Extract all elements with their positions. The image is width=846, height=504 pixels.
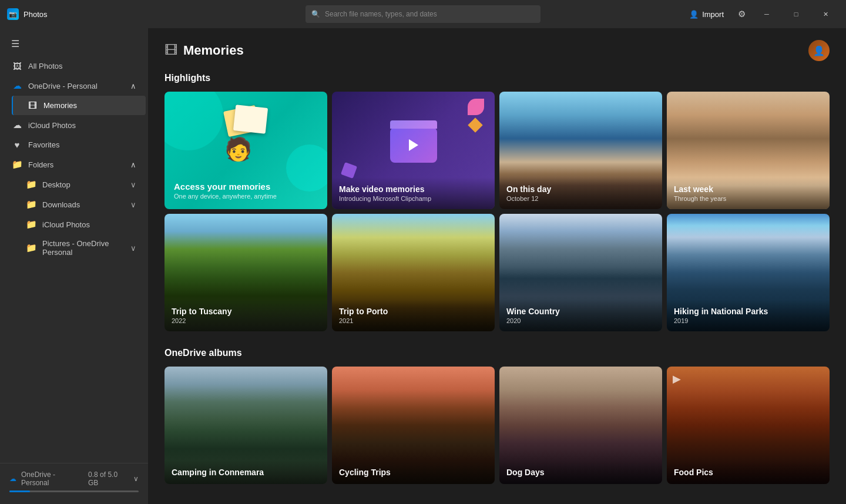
album-food-icon: ▶: [673, 372, 681, 385]
close-icon: ✕: [823, 11, 828, 18]
card-onthisday-subtitle: October 12: [506, 195, 655, 202]
titlebar-left: 📷 Photos: [7, 8, 47, 20]
sidebar-onedrive-sub: 🎞 Memories: [0, 96, 148, 115]
minimize-icon: ─: [764, 11, 769, 18]
card-access-title: Access your memories: [174, 182, 277, 191]
card-wine-title: Wine Country: [506, 307, 655, 316]
close-button[interactable]: ✕: [812, 5, 839, 23]
onedrive-label: OneDrive - Personal: [28, 82, 98, 90]
sidebar-folders[interactable]: 📁 Folders ∧: [2, 154, 146, 174]
desktop-label: Desktop: [42, 180, 70, 189]
minimize-button[interactable]: ─: [753, 5, 780, 23]
album-food-title: Food Pics: [674, 468, 822, 477]
clapperboard: [390, 127, 437, 163]
album-cycling[interactable]: Cycling Trips: [332, 367, 495, 484]
sidebar-bottom: ☁ OneDrive - Personal 0.8 of 5.0 GB ∨: [0, 463, 148, 499]
card-lastweek-overlay: Last week Through the years: [667, 177, 830, 209]
album-connemara-overlay: Camping in Connemara: [164, 461, 327, 484]
sidebar-item-icloud[interactable]: ☁ iCloud Photos: [2, 115, 146, 135]
storage-chevron: ∨: [133, 475, 139, 483]
sidebar-item-favorites[interactable]: ♥ Favorites: [2, 135, 146, 154]
blob-2: [286, 145, 327, 191]
card-wine-overlay: Wine Country 2020: [499, 300, 662, 331]
card-video-title: Make video memories: [339, 184, 488, 194]
card-wine-subtitle: 2020: [506, 317, 655, 324]
downloads-label: Downloads: [42, 200, 80, 209]
storage-bar-fill: [9, 490, 30, 492]
sidebar-item-label: All Photos: [28, 62, 63, 70]
sidebar: ☰ 🖼 All Photos ☁ OneDrive - Personal ∧ 🎞…: [0, 28, 148, 504]
sidebar-hamburger[interactable]: ☰: [5, 33, 26, 54]
sidebar-item-downloads[interactable]: 📁 Downloads ∨: [12, 194, 146, 214]
icloud-icon: ☁: [12, 120, 22, 130]
app-title: Photos: [24, 10, 47, 19]
card-porto[interactable]: Trip to Porto 2021: [332, 214, 495, 331]
card-hiking[interactable]: Hiking in National Parks 2019: [667, 214, 830, 331]
deco-shape-2: [468, 117, 482, 132]
play-triangle: [409, 139, 418, 151]
sidebar-item-pictures[interactable]: 📁 Pictures - OneDrive Personal ∨: [12, 234, 146, 261]
icloud-label: iCloud Photos: [28, 121, 76, 130]
album-cycling-title: Cycling Trips: [339, 468, 488, 477]
import-button[interactable]: 👤 Import: [683, 8, 730, 21]
onedrive-chevron: ∧: [130, 82, 136, 90]
onedrive-albums-grid: Camping in Connemara Cycling Trips Dog D…: [164, 367, 830, 484]
storage-info[interactable]: ☁ OneDrive - Personal 0.8 of 5.0 GB ∨: [9, 471, 139, 487]
folders-chevron: ∧: [130, 160, 136, 169]
card-wine[interactable]: Wine Country 2020: [499, 214, 662, 331]
deco-shape-1: [468, 99, 484, 115]
album-dog-title: Dog Days: [506, 468, 655, 477]
import-label: Import: [702, 10, 724, 19]
card-video-subtitle: Introducing Microsoft Clipchamp: [339, 195, 488, 202]
pictures-label: Pictures - OneDrive Personal: [42, 239, 125, 257]
sidebar-onedrive[interactable]: ☁ OneDrive - Personal ∧: [2, 76, 146, 96]
search-bar[interactable]: 🔍 Search file names, types, and dates: [306, 5, 540, 23]
sidebar-item-memories[interactable]: 🎞 Memories: [12, 96, 146, 115]
card-video[interactable]: Make video memories Introducing Microsof…: [332, 92, 495, 209]
card-access[interactable]: 🧑 Access your memories One any device, a…: [164, 92, 327, 209]
card-onthisday[interactable]: On this day October 12: [499, 92, 662, 209]
titlebar: 📷 Photos 🔍 Search file names, types, and…: [0, 0, 846, 28]
page-title: Memories: [183, 43, 244, 58]
memories-icon: 🎞: [27, 100, 38, 110]
onedrive-icon: ☁: [12, 80, 22, 91]
card-hiking-title: Hiking in National Parks: [674, 307, 822, 316]
album-dog[interactable]: Dog Days: [499, 367, 662, 484]
pictures-chevron: ∨: [130, 244, 136, 253]
card-hiking-subtitle: 2019: [674, 317, 822, 324]
highlights-grid: 🧑 Access your memories One any device, a…: [164, 92, 830, 331]
card-video-overlay: Make video memories Introducing Microsof…: [332, 177, 495, 209]
sidebar-item-icloud-photos[interactable]: 📁 iCloud Photos: [12, 214, 146, 234]
maximize-button[interactable]: □: [783, 5, 810, 23]
album-connemara[interactable]: Camping in Connemara: [164, 367, 327, 484]
downloads-chevron: ∨: [130, 200, 136, 209]
all-photos-icon: 🖼: [12, 61, 22, 71]
clapperboard-wrapper: [390, 127, 437, 163]
settings-button[interactable]: ⚙: [732, 5, 751, 23]
search-placeholder: Search file names, types, and dates: [325, 10, 437, 18]
sidebar-item-all-photos[interactable]: 🖼 All Photos: [2, 56, 146, 76]
avatar[interactable]: 👤: [808, 40, 830, 61]
favorites-label: Favorites: [28, 140, 59, 149]
storage-amount: 0.8 of 5.0 GB: [88, 471, 129, 487]
sidebar-item-desktop[interactable]: 📁 Desktop ∨: [12, 174, 146, 194]
album-food[interactable]: ▶ Food Pics: [667, 367, 830, 484]
storage-bar: [9, 490, 139, 492]
settings-icon: ⚙: [738, 9, 746, 19]
main-content: 🎞 Memories 👤 Highlights 🧑 Access your me…: [148, 28, 846, 504]
photo-2: [233, 105, 267, 134]
desktop-folder-icon: 📁: [26, 179, 36, 190]
folder-icon: 📁: [12, 159, 22, 170]
album-connemara-title: Camping in Connemara: [172, 468, 320, 477]
card-tuscany[interactable]: Trip to Tuscany 2022: [164, 214, 327, 331]
favorites-icon: ♥: [12, 140, 22, 150]
card-access-text: Access your memories One any device, any…: [174, 182, 277, 200]
card-lastweek-subtitle: Through the years: [674, 195, 822, 202]
pictures-folder-icon: 📁: [26, 243, 36, 253]
card-porto-overlay: Trip to Porto 2021: [332, 300, 495, 331]
card-lastweek[interactable]: Last week Through the years: [667, 92, 830, 209]
person-emoji: 🧑: [224, 136, 252, 162]
album-dog-overlay: Dog Days: [499, 461, 662, 484]
clap-top: [390, 120, 437, 129]
access-illustration: 🧑: [208, 103, 284, 162]
